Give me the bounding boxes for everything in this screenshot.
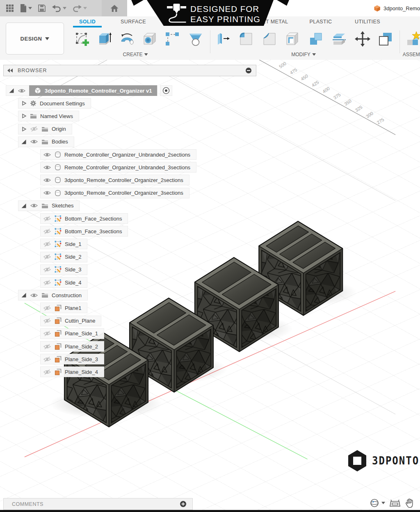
tree-row-plane-side-3[interactable]: Plane_Side_3 <box>40 354 104 364</box>
expanded-arrow-icon[interactable] <box>9 88 14 93</box>
move-copy-tool-button[interactable] <box>353 30 372 48</box>
visibility-eye-icon[interactable] <box>43 177 51 183</box>
modify-group-label[interactable]: MODIFY <box>291 52 316 57</box>
caret-down-icon <box>144 53 148 56</box>
expanded-arrow-icon[interactable] <box>21 139 27 145</box>
activate-component-radio-icon[interactable] <box>162 86 170 95</box>
tab-plastic[interactable]: PLASTIC <box>304 19 337 27</box>
visibility-eye-icon[interactable] <box>18 88 26 94</box>
home-icon <box>110 5 119 12</box>
create-group-label[interactable]: CREATE <box>123 52 148 57</box>
visibility-eye-off-icon[interactable] <box>43 330 51 337</box>
fillet-tool-button[interactable] <box>237 30 256 48</box>
visibility-eye-off-icon[interactable] <box>30 126 38 132</box>
home-tab[interactable] <box>102 0 127 16</box>
rectangular-pattern-tool-button[interactable] <box>163 30 182 48</box>
visibility-eye-icon[interactable] <box>30 203 38 209</box>
comments-bar[interactable]: COMMENTS <box>3 498 193 510</box>
tree-row-named-views[interactable]: Named Views <box>18 111 79 121</box>
expanded-arrow-icon[interactable] <box>21 292 27 298</box>
tree-row-origin[interactable]: Origin <box>18 124 72 134</box>
assemble-group-label[interactable]: ASSEMBLE <box>403 52 420 57</box>
orbit-button[interactable] <box>369 498 385 508</box>
tree-row-plane-side-2[interactable]: Plane_Side_2 <box>40 341 104 352</box>
expanded-arrow-icon[interactable] <box>21 203 27 209</box>
ruler-label: 475 <box>289 67 298 75</box>
visibility-eye-icon[interactable] <box>43 152 51 158</box>
tree-row-plane-side-4[interactable]: Plane_Side_4 <box>40 366 104 377</box>
visibility-eye-icon[interactable] <box>30 292 38 298</box>
folder-icon <box>41 126 48 132</box>
visibility-eye-off-icon[interactable] <box>43 305 51 311</box>
browser-header[interactable]: BROWSER <box>3 65 256 76</box>
create-sketch-tool-button[interactable] <box>73 30 91 48</box>
scale-tool-button[interactable] <box>376 30 395 48</box>
workspace-label: DESIGN <box>21 36 42 42</box>
collapsed-arrow-icon[interactable] <box>21 100 27 106</box>
visibility-eye-off-icon[interactable] <box>43 318 51 324</box>
save-button[interactable] <box>38 4 46 12</box>
look-at-button[interactable] <box>389 498 401 508</box>
tree-row-side-1[interactable]: Side_1 <box>40 239 87 249</box>
visibility-eye-off-icon[interactable] <box>43 344 51 350</box>
tree-row-construction[interactable]: Construction <box>18 290 88 300</box>
undo-button[interactable] <box>52 4 66 12</box>
tree-row-bottom-face-2sections[interactable]: Bottom_Face_2sections <box>40 213 128 224</box>
visibility-eye-off-icon[interactable] <box>43 254 51 260</box>
collapsed-arrow-icon[interactable] <box>21 113 27 119</box>
visibility-eye-off-icon[interactable] <box>43 216 51 222</box>
tree-row-document-settings[interactable]: Document Settings <box>18 98 91 109</box>
tree-row-remote-controller-organizer-unbranded-2sections[interactable]: Remote_Controller_Organizer_Unbranded_2s… <box>40 149 196 160</box>
tree-row-remote-controller-organizer-unbranded-3sections[interactable]: Remote_Controller_Organizer_Unbranded_3s… <box>40 162 196 173</box>
tree-row-side-3[interactable]: Side_3 <box>40 264 87 275</box>
pan-button[interactable] <box>405 498 415 508</box>
loft-tool-button[interactable] <box>186 30 205 48</box>
ruler-label: 375 <box>333 92 342 100</box>
ruler-label: 350 <box>343 98 352 107</box>
combine-tool-button[interactable] <box>306 30 325 48</box>
visibility-eye-off-icon[interactable] <box>43 241 51 247</box>
file-menu-button[interactable] <box>20 4 32 13</box>
minimize-panel-icon[interactable] <box>245 67 252 74</box>
visibility-eye-icon[interactable] <box>43 190 51 196</box>
tree-row-cuttin-plane[interactable]: Cuttin_Plane <box>40 316 101 326</box>
tree-row-side-4[interactable]: Side_4 <box>40 277 87 288</box>
add-comment-icon[interactable] <box>180 501 187 507</box>
redo-button[interactable] <box>72 4 87 12</box>
caret-down-icon <box>63 7 66 9</box>
visibility-eye-off-icon[interactable] <box>43 369 51 375</box>
hole-tool-button[interactable] <box>140 30 159 48</box>
document-tab[interactable]: 3dponto_Remo <box>374 0 420 16</box>
tab-utilities[interactable]: UTILITIES <box>349 19 386 27</box>
visibility-eye-off-icon[interactable] <box>43 280 51 286</box>
tree-row-3dponto-remote-controller-organizer-3sections[interactable]: 3dponto_Remote_Controller_Organizer_3sec… <box>40 188 189 198</box>
tree-row-3dponto-remote-controller-organizer-2sections[interactable]: 3dponto_Remote_Controller_Organizer_2sec… <box>40 175 189 185</box>
tree-row-bodies[interactable]: Bodies <box>18 137 74 147</box>
visibility-eye-off-icon[interactable] <box>43 266 51 273</box>
split-body-tool-button[interactable] <box>330 30 349 48</box>
sketch-icon <box>55 228 62 235</box>
press-pull-tool-button[interactable] <box>213 30 232 48</box>
tree-row-3dponto-remote-controller-organizer-v1[interactable]: 3dponto_Remote_Controller_Organizer v1 <box>6 85 172 96</box>
tree-row-bottom-face-3sections[interactable]: Bottom_Face_3sections <box>40 226 128 237</box>
component-cube-icon <box>34 87 41 94</box>
shell-tool-button[interactable] <box>283 30 302 48</box>
tree-row-sketches[interactable]: Sketches <box>18 200 80 211</box>
sketch-icon <box>55 266 62 273</box>
revolve-tool-button[interactable] <box>118 30 137 48</box>
visibility-eye-icon[interactable] <box>43 164 51 171</box>
visibility-eye-icon[interactable] <box>30 139 38 145</box>
visibility-eye-off-icon[interactable] <box>43 356 51 362</box>
box-tool-button[interactable] <box>95 30 114 48</box>
joint-tool-button[interactable] <box>404 30 420 48</box>
collapse-panel-icon[interactable] <box>7 68 14 73</box>
workspace-selector[interactable]: DESIGN <box>6 23 64 55</box>
banner-right-sliver <box>277 0 289 6</box>
tree-row-side-2[interactable]: Side_2 <box>40 252 87 262</box>
collapsed-arrow-icon[interactable] <box>21 126 27 132</box>
tree-row-plane1[interactable]: Plane1 <box>40 303 87 313</box>
visibility-eye-off-icon[interactable] <box>43 228 51 234</box>
app-launcher-icon[interactable] <box>6 4 14 12</box>
chamfer-tool-button[interactable] <box>260 30 279 48</box>
tree-row-plane-side-1[interactable]: Plane_Side_1 <box>40 328 104 339</box>
